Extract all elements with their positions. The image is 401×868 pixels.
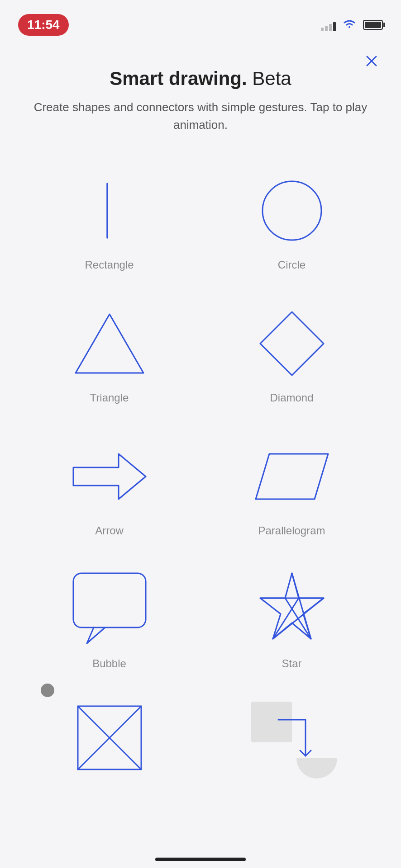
main-content: Smart drawing. Beta Create shapes and co…	[0, 41, 401, 795]
shape-diamond-label: Diamond	[270, 392, 313, 404]
shape-parallelogram-label: Parallelogram	[258, 524, 325, 537]
shape-parallelogram[interactable]: Parallelogram	[200, 422, 383, 546]
home-indicator	[155, 858, 246, 861]
svg-marker-4	[260, 312, 324, 375]
shape-star[interactable]: Star	[200, 555, 383, 679]
shape-rectangle-label: Rectangle	[85, 259, 134, 271]
shape-rectangle[interactable]: Rectangle	[18, 156, 200, 280]
page-title: Smart drawing. Beta	[18, 68, 383, 90]
wifi-icon	[342, 18, 357, 32]
close-button[interactable]	[360, 50, 383, 72]
shape-diamond[interactable]: Diamond	[200, 289, 383, 413]
shape-circle-label: Circle	[278, 259, 306, 271]
status-bar: 11:54	[0, 0, 401, 41]
battery-icon	[363, 20, 383, 30]
svg-marker-5	[256, 454, 328, 499]
shape-triangle-label: Triangle	[90, 392, 129, 404]
shape-star-label: Star	[282, 657, 301, 670]
signal-icon	[321, 19, 336, 31]
svg-point-2	[263, 181, 321, 240]
svg-marker-3	[76, 314, 143, 373]
shapes-grid: Rectangle Circle Triangle	[18, 156, 383, 679]
bottom-partial-shapes	[18, 679, 383, 795]
shape-cross-rect[interactable]	[18, 679, 200, 795]
shape-connector[interactable]	[200, 679, 383, 795]
page-subtitle: Create shapes and connectors with simple…	[18, 99, 383, 134]
dot-indicator	[41, 684, 54, 697]
svg-rect-6	[73, 573, 146, 627]
shape-circle[interactable]: Circle	[200, 156, 383, 280]
shape-bubble-label: Bubble	[92, 657, 126, 670]
svg-line-11	[273, 598, 299, 639]
shape-arrow-label: Arrow	[95, 524, 124, 537]
status-icons	[321, 18, 383, 32]
time-badge: 11:54	[18, 14, 69, 36]
shape-bubble[interactable]: Bubble	[18, 555, 200, 679]
shape-arrow[interactable]: Arrow	[18, 422, 200, 546]
svg-line-8	[292, 573, 311, 639]
svg-line-12	[285, 598, 311, 639]
shape-triangle[interactable]: Triangle	[18, 289, 200, 413]
